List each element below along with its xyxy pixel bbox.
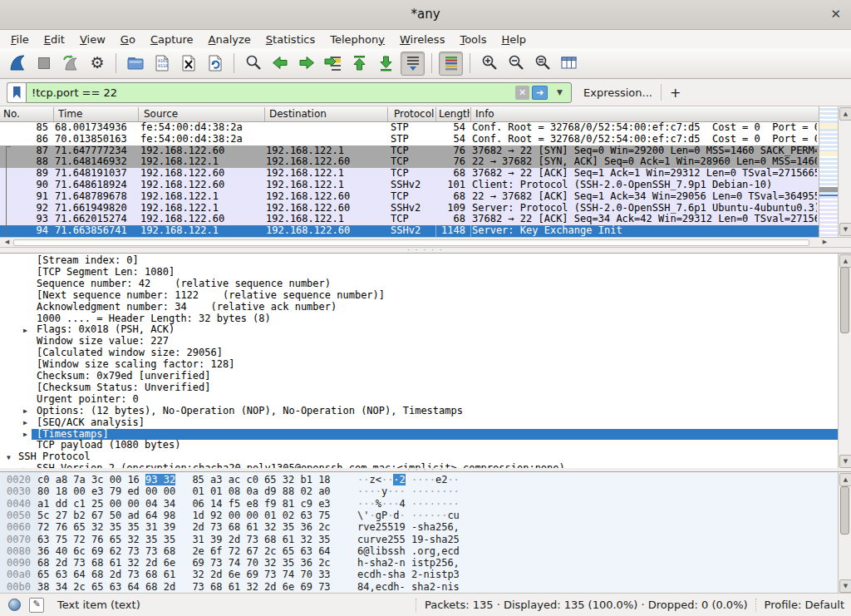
zoom-100-icon[interactable] [530, 52, 554, 76]
hex-row-0090[interactable]: 0090682d736861322d6e697374703235362ch-sh… [0, 557, 838, 569]
menu-telephony[interactable]: Telephony [322, 32, 392, 47]
hex-row-0060[interactable]: 006072766532353531392d7368613235362crve2… [0, 521, 838, 533]
hex-byte[interactable]: 68 [164, 545, 175, 557]
expanded-icon[interactable]: ▼ [7, 452, 11, 464]
column-divider[interactable] [53, 107, 54, 121]
hex-byte[interactable]: 98 [164, 510, 175, 521]
title-bar[interactable]: *any ✕ [0, 0, 851, 30]
menu-file[interactable]: File [3, 32, 37, 47]
hex-byte[interactable]: 73 [210, 521, 222, 533]
hex-byte[interactable]: 35 [283, 557, 294, 569]
hex-byte[interactable]: 65 [264, 474, 276, 485]
hex-byte[interactable]: 2d [164, 581, 175, 593]
detail-line[interactable]: [TCP Segment Len: 1080] [0, 267, 838, 278]
detail-line[interactable]: 1000 .... = Header Length: 32 bytes (8) [0, 313, 838, 325]
hex-byte[interactable]: 72 [37, 521, 49, 533]
hex-byte[interactable]: 1d [192, 510, 204, 521]
detail-line[interactable]: ▶Flags: 0x018 (PSH, ACK) [0, 324, 838, 336]
filter-clear-icon[interactable]: ✕ [515, 86, 529, 100]
hex-byte[interactable]: e3 [318, 498, 330, 510]
hex-byte[interactable]: c0 [37, 474, 49, 485]
detail-line[interactable]: ▶Options: (12 bytes), No-Operation (NOP)… [0, 406, 838, 417]
hex-byte[interactable]: 73 [246, 534, 258, 545]
hex-byte[interactable]: 2d [210, 569, 222, 580]
hex-byte[interactable]: 65 [37, 569, 49, 580]
hex-byte[interactable]: 2d [229, 534, 240, 545]
hex-byte[interactable]: 32 [127, 534, 139, 545]
stop-capture-icon[interactable] [32, 52, 56, 76]
hex-byte[interactable]: 73 [127, 545, 139, 557]
hex-byte[interactable]: 35 [318, 534, 330, 545]
collapsed-icon[interactable]: ▶ [23, 429, 27, 441]
hex-byte[interactable]: 33 [318, 569, 330, 580]
hex-byte[interactable]: 39 [164, 521, 175, 533]
save-file-icon[interactable]: 01010110 [150, 52, 174, 76]
go-forward-icon[interactable] [294, 52, 318, 76]
packet-row-94[interactable]: 9471.663856741192.168.122.1192.168.122.6… [0, 225, 819, 237]
hex-row-0030[interactable]: 0030801800e379ed00000101080ad98802a0····… [0, 485, 838, 497]
hex-byte[interactable]: f9 [264, 498, 276, 510]
detail-line[interactable]: Acknowledgment number: 34 (relative ack … [0, 302, 838, 313]
menu-statistics[interactable]: Statistics [258, 32, 322, 47]
hex-byte[interactable]: f5 [229, 498, 240, 510]
hex-byte[interactable]: 34 [56, 581, 67, 593]
zoom-out-icon[interactable] [504, 52, 528, 76]
hex-byte[interactable]: 62 [110, 545, 121, 557]
hex-byte[interactable]: 32 [264, 557, 276, 569]
hex-byte[interactable]: 63 [300, 510, 312, 521]
hex-byte[interactable]: 73 [127, 569, 139, 580]
hex-byte[interactable]: 70 [246, 557, 258, 569]
hex-byte[interactable]: 69 [300, 581, 312, 593]
hex-row-0080[interactable]: 008036406c69627373682e6f72672c6563646@li… [0, 545, 838, 557]
hex-byte[interactable]: 32 [264, 521, 276, 533]
hex-byte[interactable]: 64 [145, 510, 157, 521]
detail-line[interactable]: [Calculated window size: 29056] [0, 347, 838, 359]
hex-byte[interactable]: 72 [73, 534, 85, 545]
hex-byte[interactable]: 36 [37, 545, 49, 557]
hex-byte[interactable]: ac [229, 474, 240, 485]
hex-byte[interactable]: 08 [229, 485, 240, 497]
hex-byte[interactable]: 40 [56, 545, 67, 557]
hex-byte[interactable]: 61 [164, 569, 175, 580]
details-vertical-scrollbar[interactable]: ▲ ▼ [838, 254, 851, 468]
column-header-time[interactable]: Time [58, 106, 136, 121]
menu-analyze[interactable]: Analyze [201, 32, 258, 47]
intelligent-scrollbar[interactable] [819, 106, 838, 237]
hex-byte[interactable]: 18 [56, 485, 67, 497]
packet-list-header[interactable]: No.TimeSourceDestinationProtocolLengthIn… [0, 106, 819, 122]
hex-byte[interactable]: 01 [210, 485, 222, 497]
hex-byte[interactable]: 73 [264, 569, 276, 580]
packet-row-87[interactable]: 8771.647777234192.168.122.60192.168.122.… [0, 145, 819, 157]
hex-byte[interactable]: 3c [91, 474, 103, 485]
hex-byte[interactable]: 80 [37, 485, 49, 497]
bytes-vertical-scrollbar[interactable]: ▲ ▼ [838, 472, 851, 593]
hex-byte[interactable]: 18 [318, 474, 330, 485]
hex-byte[interactable]: 01 [192, 485, 204, 497]
hex-byte[interactable]: 67 [246, 545, 258, 557]
hex-byte[interactable]: 67 [91, 510, 103, 521]
hex-byte[interactable]: 73 [145, 545, 157, 557]
hex-byte[interactable]: 65 [283, 545, 294, 557]
hex-byte[interactable]: c1 [73, 498, 85, 510]
menu-wireless[interactable]: Wireless [392, 32, 452, 47]
hex-byte[interactable]: 39 [210, 534, 222, 545]
hex-byte[interactable]: 35 [127, 521, 139, 533]
detail-line[interactable]: [Stream index: 0] [0, 255, 838, 267]
menu-view[interactable]: View [72, 32, 113, 47]
start-capture-icon[interactable] [5, 52, 29, 76]
column-header-length[interactable]: Length [439, 106, 470, 121]
hex-byte[interactable]: 68 [37, 557, 49, 569]
hex-byte[interactable]: 00 [110, 498, 121, 510]
go-to-bottom-icon[interactable] [374, 52, 398, 76]
hex-byte[interactable]: 65 [91, 581, 103, 593]
profile-status[interactable]: Profile: Default [765, 599, 844, 611]
hex-byte[interactable]: 79 [110, 485, 121, 497]
column-divider[interactable] [387, 107, 388, 121]
packet-row-85[interactable]: 8568.001734936fe:54:00:d4:38:2aSTP54Conf… [0, 122, 819, 134]
hex-byte[interactable]: 68 [210, 581, 222, 593]
hex-row-0040[interactable]: 0040a1ddc125000004340614f5e8f981c9e3···%… [0, 498, 838, 510]
add-filter-button[interactable]: + [670, 85, 681, 101]
expression-button[interactable]: Expression... [583, 86, 652, 99]
hex-byte[interactable]: 31 [192, 534, 204, 545]
hex-byte[interactable]: 69 [246, 569, 258, 580]
